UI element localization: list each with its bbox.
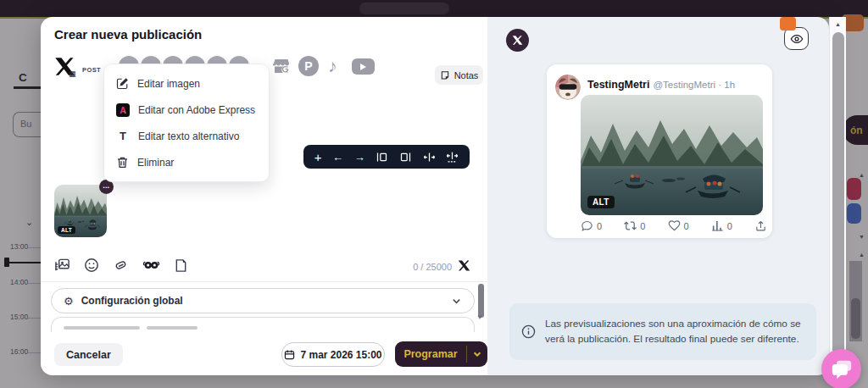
modal-title: Crear nueva publicación: [54, 27, 202, 42]
emoji-icon[interactable]: [84, 258, 99, 273]
notes-label: Notas: [454, 70, 479, 80]
image-arrange-toolbar: + ← →: [303, 145, 470, 169]
google-business-icon[interactable]: [271, 56, 292, 76]
tweet-preview-card: TestingMetri@TestingMetri · 1h ALT 0: [547, 64, 772, 238]
x-counter-icon: [458, 259, 470, 272]
link-icon[interactable]: [113, 258, 129, 273]
preview-disclaimer: Las previsualizaciones son una aproximac…: [509, 303, 816, 360]
pinterest-icon[interactable]: P: [298, 56, 319, 76]
adobe-express-icon: A: [116, 103, 130, 117]
share-icon: [754, 219, 767, 232]
tweet-handle-time: @TestingMetri · 1h: [653, 80, 735, 90]
schedule-button[interactable]: Programar: [395, 341, 466, 367]
preview-pane: TestingMetri@TestingMetri · 1h ALT 0: [487, 17, 829, 375]
disclaimer-text: Las previsualizaciones son una aproximac…: [545, 317, 804, 346]
schedule-date-button[interactable]: 7 mar 2026 15:00: [281, 342, 385, 367]
x-network-badge: [506, 29, 529, 52]
page-scrollbar[interactable]: ▲ ▼: [829, 17, 846, 375]
chevron-down-icon: [451, 296, 462, 307]
distribute-horizontal-button[interactable]: [446, 151, 459, 164]
next-config-row-clipped[interactable]: [51, 317, 475, 332]
calendar-icon: [284, 349, 295, 360]
repost-icon: [624, 219, 637, 232]
global-config-row[interactable]: ⚙ Configuración global: [51, 288, 475, 313]
eye-icon: [790, 33, 804, 45]
views-stat[interactable]: 0: [711, 219, 732, 232]
image-context-menu: Editar imagen A Editar con Adobe Express…: [103, 64, 270, 182]
chat-button[interactable]: [821, 349, 861, 388]
menu-item-delete[interactable]: Eliminar: [104, 149, 269, 175]
menu-item-alt-text[interactable]: T Editar texto alternativo: [104, 123, 269, 149]
move-left-button[interactable]: ←: [332, 152, 343, 163]
like-stat[interactable]: 0: [668, 219, 689, 232]
trash-icon: [116, 156, 129, 169]
notes-button[interactable]: Notas: [435, 65, 483, 85]
cancel-button[interactable]: Cancelar: [54, 343, 123, 366]
composer-scrollbar-thumb[interactable]: [478, 284, 484, 318]
add-image-button[interactable]: +: [314, 151, 322, 164]
tweet-image: ALT: [581, 95, 763, 215]
alt-text-icon: T: [116, 130, 130, 142]
divider: [41, 281, 487, 282]
scroll-up-icon[interactable]: ▲: [835, 21, 841, 27]
reply-stat[interactable]: 0: [581, 219, 602, 232]
grid-icon: ▦: [69, 69, 76, 78]
scroll-down-icon[interactable]: ▼: [476, 313, 483, 321]
screen: C Bu ⌄ 13:00 14:00 15:00 16:00 ón ▲ ▼ ▲ …: [0, 0, 868, 388]
tweet-author: TestingMetri@TestingMetri · 1h: [587, 79, 735, 91]
post-type-label[interactable]: POST: [82, 66, 101, 74]
goggles-icon[interactable]: [142, 258, 160, 272]
notification-badge[interactable]: [780, 17, 796, 30]
edit-image-icon: [116, 77, 129, 90]
tweet-stats-row: 0 0 0: [581, 219, 767, 232]
youtube-icon[interactable]: [352, 56, 372, 76]
schedule-button-group: Programar: [395, 341, 487, 367]
page-scrollbar-thumb[interactable]: [832, 32, 844, 356]
schedule-options-button[interactable]: [467, 341, 487, 367]
move-to-last-button[interactable]: [399, 151, 412, 164]
alt-badge[interactable]: ALT: [58, 226, 75, 234]
composer-pane: Crear nueva publicación ▦ POST P ♪: [41, 17, 487, 375]
chat-bubble-icon: [831, 359, 853, 380]
move-right-button[interactable]: →: [354, 152, 365, 163]
preview-visibility-button[interactable]: [784, 27, 809, 50]
menu-item-adobe-express[interactable]: A Editar con Adobe Express: [104, 97, 269, 123]
analytics-icon: [711, 219, 724, 232]
char-counter: 0 / 25000: [413, 262, 452, 272]
share-stat[interactable]: [754, 219, 767, 232]
create-post-modal: Crear nueva publicación ▦ POST P ♪: [41, 17, 829, 375]
move-to-first-button[interactable]: [376, 151, 388, 164]
gear-icon: ⚙: [64, 296, 74, 307]
info-icon: [521, 324, 536, 339]
stretch-horizontal-button[interactable]: [423, 151, 436, 164]
chevron-down-icon: [472, 349, 482, 359]
alt-badge[interactable]: ALT: [587, 196, 615, 208]
heart-icon: [668, 219, 681, 232]
reply-icon: [581, 219, 593, 232]
add-media-icon[interactable]: [54, 258, 70, 273]
avatar: [555, 75, 581, 100]
global-config-label: Configuración global: [81, 295, 443, 307]
note-icon: [440, 70, 450, 80]
document-icon[interactable]: [174, 258, 188, 273]
attached-image-thumbnail[interactable]: ALT: [54, 185, 107, 237]
svg-text:A: A: [120, 105, 126, 115]
tiktok-icon[interactable]: ♪: [328, 56, 348, 76]
menu-item-edit-image[interactable]: Editar imagen: [104, 70, 269, 97]
composer-actions: [54, 258, 188, 273]
x-logo-icon: [512, 35, 523, 46]
repost-stat[interactable]: 0: [624, 219, 645, 232]
